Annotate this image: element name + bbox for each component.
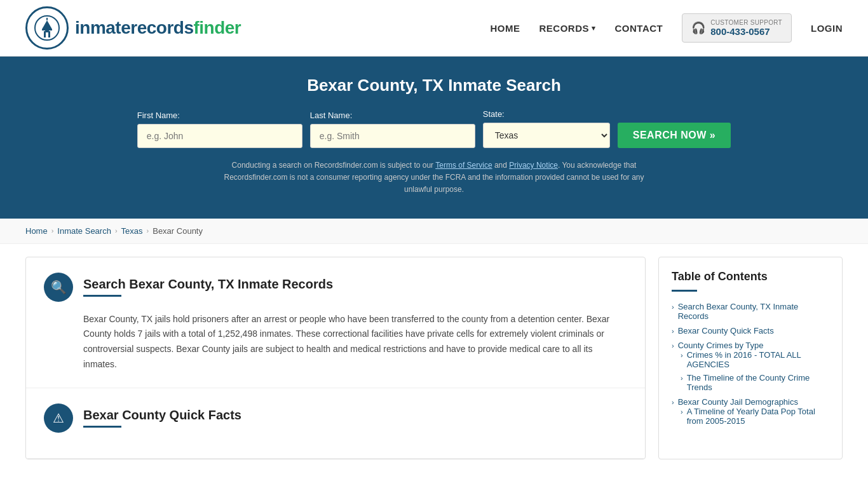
toc-item-3: › County Crimes by Type › Crimes % in 20… [672, 341, 829, 392]
breadcrumb-current: Bexar County [153, 226, 203, 236]
search-form: First Name: Last Name: State: Texas Alab… [25, 109, 843, 148]
logo-text: inmaterecordsfinder [75, 18, 241, 38]
breadcrumb-sep-2: › [115, 227, 118, 234]
toc-link-2[interactable]: › Bexar County Quick Facts [672, 326, 829, 336]
section1-text: Bexar County, TX jails hold prisoners af… [83, 312, 627, 372]
svg-rect-5 [42, 29, 52, 30]
toc-sub-link-1[interactable]: › Crimes % in 2016 - TOTAL ALL AGENCIES [681, 350, 829, 369]
support-label: CUSTOMER SUPPORT [710, 19, 782, 26]
section2-title: Bexar County Quick Facts [83, 408, 241, 423]
logo-icon [25, 6, 69, 50]
customer-support-box[interactable]: 🎧 CUSTOMER SUPPORT 800-433-0567 [682, 13, 792, 43]
toc-link-1[interactable]: › Search Bexar County, TX Inmate Records [672, 302, 829, 321]
section1-title: Search Bexar County, TX Inmate Records [83, 277, 333, 292]
last-name-group: Last Name: [310, 111, 475, 148]
section1-underline [83, 295, 121, 297]
breadcrumb-sep-1: › [51, 227, 54, 234]
section2-underline [83, 426, 121, 428]
search-button[interactable]: SEARCH NOW » [618, 123, 731, 148]
toc-sub-link-3[interactable]: › A Timeline of Yearly Data Pop Total fr… [681, 407, 829, 426]
main-content: 🔍 Search Bexar County, TX Inmate Records… [0, 244, 868, 472]
toc-item-4: › Bexar County Jail Demographics › A Tim… [672, 397, 829, 426]
nav-contact[interactable]: CONTACT [615, 23, 663, 34]
terms-link[interactable]: Terms of Service [435, 161, 492, 170]
section2-header: ⚠ Bexar County Quick Facts [44, 403, 627, 433]
breadcrumb-sep-3: › [147, 227, 149, 234]
privacy-link[interactable]: Privacy Notice [509, 161, 558, 170]
toc-sub-item-1: › Crimes % in 2016 - TOTAL ALL AGENCIES [681, 350, 829, 369]
toc-link-4[interactable]: › Bexar County Jail Demographics [672, 397, 829, 407]
first-name-group: First Name: [137, 111, 302, 148]
headset-icon: 🎧 [691, 21, 705, 35]
content-left: 🔍 Search Bexar County, TX Inmate Records… [25, 257, 646, 459]
search-circle-icon: 🔍 [44, 273, 73, 302]
section2-title-wrap: Bexar County Quick Facts [83, 408, 241, 428]
toc-sub-chevron-1: › [681, 351, 683, 359]
last-name-input[interactable] [310, 124, 475, 148]
toc-chevron-4: › [672, 398, 674, 406]
breadcrumb-texas[interactable]: Texas [121, 226, 143, 236]
last-name-label: Last Name: [310, 111, 352, 120]
toc-sub-list-2: › A Timeline of Yearly Data Pop Total fr… [681, 407, 829, 426]
toc-chevron-2: › [672, 327, 674, 335]
section-inmate-records: 🔍 Search Bexar County, TX Inmate Records… [26, 257, 645, 388]
toc-sub-item-3: › A Timeline of Yearly Data Pop Total fr… [681, 407, 829, 426]
first-name-input[interactable] [137, 124, 302, 148]
section-quick-facts: ⚠ Bexar County Quick Facts [26, 388, 645, 459]
state-select[interactable]: Texas Alabama Alaska Arizona California … [483, 123, 610, 148]
first-name-label: First Name: [137, 111, 180, 120]
toc-sub-chevron-2: › [681, 374, 683, 382]
toc-sub-link-2[interactable]: › The Timeline of the County Crime Trend… [681, 373, 829, 392]
warning-circle-icon: ⚠ [44, 403, 73, 433]
toc-sub-item-2: › The Timeline of the County Crime Trend… [681, 373, 829, 392]
toc-sub-list-1: › Crimes % in 2016 - TOTAL ALL AGENCIES … [681, 350, 829, 392]
nav-home[interactable]: HOME [490, 23, 520, 34]
support-info: CUSTOMER SUPPORT 800-433-0567 [710, 19, 782, 37]
toc-sub-chevron-3: › [681, 408, 683, 416]
toc-title: Table of Contents [672, 270, 829, 283]
toc-list: › Search Bexar County, TX Inmate Records… [672, 302, 829, 426]
nav-records[interactable]: RECORDS ▾ [539, 23, 595, 34]
svg-rect-7 [46, 18, 48, 20]
nav-login[interactable]: LOGIN [811, 23, 843, 34]
toc-chevron-1: › [672, 303, 674, 311]
svg-rect-4 [46, 32, 48, 37]
section1-header: 🔍 Search Bexar County, TX Inmate Records [44, 273, 627, 302]
section1-title-wrap: Search Bexar County, TX Inmate Records [83, 277, 333, 297]
breadcrumb-home[interactable]: Home [25, 226, 48, 236]
breadcrumb: Home › Inmate Search › Texas › Bexar Cou… [0, 219, 868, 244]
state-label: State: [483, 109, 505, 119]
toc-item-2: › Bexar County Quick Facts [672, 326, 829, 336]
chevron-down-icon: ▾ [592, 24, 596, 32]
hero-disclaimer: Conducting a search on Recordsfinder.com… [212, 159, 656, 196]
logo-area: inmaterecordsfinder [25, 6, 241, 50]
hero-section: Bexar County, TX Inmate Search First Nam… [0, 57, 868, 219]
main-nav: HOME RECORDS ▾ CONTACT 🎧 CUSTOMER SUPPOR… [490, 13, 843, 43]
state-group: State: Texas Alabama Alaska Arizona Cali… [483, 109, 610, 148]
hero-title: Bexar County, TX Inmate Search [25, 76, 843, 95]
support-phone: 800-433-0567 [710, 26, 782, 37]
sidebar-toc: Table of Contents › Search Bexar County,… [658, 257, 843, 459]
toc-item-1: › Search Bexar County, TX Inmate Records [672, 302, 829, 321]
toc-link-3[interactable]: › County Crimes by Type [672, 341, 829, 350]
site-header: inmaterecordsfinder HOME RECORDS ▾ CONTA… [0, 0, 868, 57]
toc-divider [672, 290, 697, 292]
breadcrumb-inmate-search[interactable]: Inmate Search [57, 226, 111, 236]
toc-chevron-3: › [672, 342, 674, 349]
